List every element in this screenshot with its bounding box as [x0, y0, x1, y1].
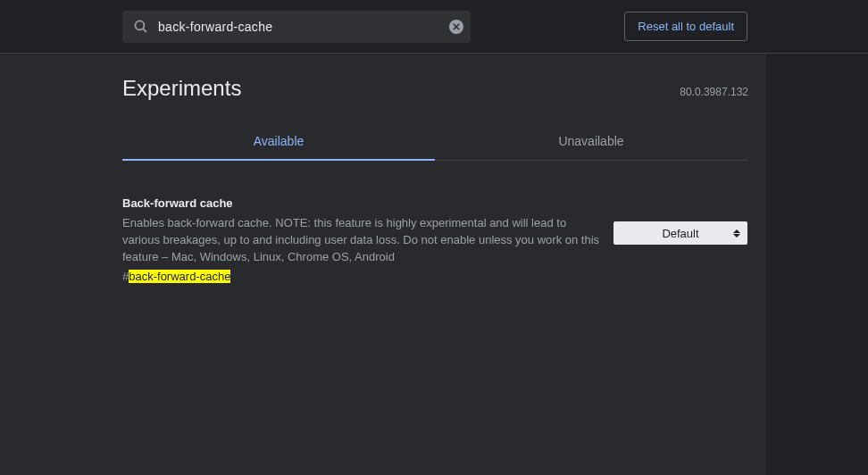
- select-value: Default: [662, 227, 698, 240]
- reset-all-button[interactable]: Reset all to default: [624, 12, 747, 41]
- flag-title: Back-forward cache: [122, 196, 605, 210]
- heading-row: Experiments 80.0.3987.132: [104, 54, 766, 101]
- search-input[interactable]: [158, 20, 447, 34]
- flag-info: Back-forward cache Enables back-forward …: [122, 196, 613, 284]
- search-box: [122, 11, 471, 43]
- page-title: Experiments: [122, 76, 241, 101]
- main-panel: Experiments 80.0.3987.132 Available Unav…: [0, 54, 766, 475]
- content-region: Experiments 80.0.3987.132 Available Unav…: [0, 54, 868, 475]
- header-bar: Reset all to default: [0, 0, 868, 54]
- flag-select[interactable]: Default: [613, 221, 747, 245]
- svg-line-1: [143, 29, 146, 32]
- select-arrows-icon: [733, 229, 740, 238]
- tab-unavailable[interactable]: Unavailable: [435, 122, 747, 160]
- flag-description: Enables back-forward cache. NOTE: this f…: [122, 215, 605, 266]
- flag-anchor[interactable]: #back-forward-cache: [122, 270, 230, 283]
- clear-search-button[interactable]: [447, 18, 465, 36]
- side-gap: [766, 54, 868, 475]
- close-icon: [449, 20, 463, 34]
- search-icon: [131, 18, 149, 36]
- header-inner: Reset all to default: [0, 11, 868, 43]
- tabs: Available Unavailable: [122, 122, 747, 161]
- svg-point-0: [135, 21, 144, 29]
- flag-item: Back-forward cache Enables back-forward …: [122, 196, 747, 284]
- version-text: 80.0.3987.132: [680, 86, 748, 98]
- tab-available[interactable]: Available: [122, 122, 435, 160]
- anchor-highlight: back-forward-cache: [129, 270, 230, 283]
